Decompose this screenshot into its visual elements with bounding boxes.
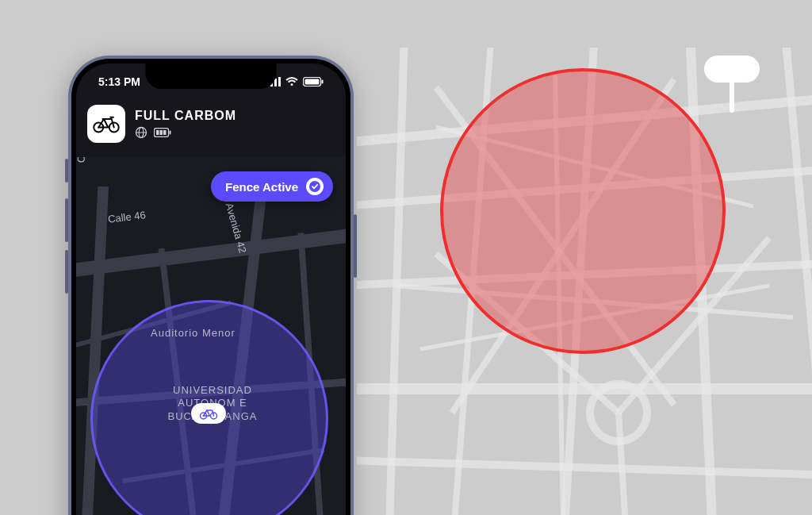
svg-rect-4	[278, 77, 281, 86]
svg-rect-7	[305, 79, 320, 85]
svg-point-20	[309, 181, 320, 192]
device-avatar	[87, 105, 125, 143]
map-view[interactable]: Carrera 40 Calle 46 Avenida 42 Auditorio…	[76, 157, 346, 515]
battery-icon	[303, 77, 324, 86]
phone-side-button	[65, 159, 68, 183]
fence-status-label: Fence Active	[225, 180, 298, 194]
phone-side-button	[65, 250, 68, 294]
device-status-icons	[135, 126, 236, 139]
device-title-column: FULL CARBOM	[135, 109, 236, 139]
map-pin-bubble	[704, 56, 760, 83]
phone-side-button	[65, 198, 68, 242]
svg-rect-15	[156, 130, 159, 135]
wifi-icon	[285, 77, 298, 86]
globe-icon	[135, 126, 147, 139]
phone-side-button	[354, 214, 357, 278]
device-battery-icon	[154, 128, 171, 137]
poi-label: Auditorio Menor	[151, 327, 236, 340]
app-screen: 5:13 PM	[76, 63, 346, 515]
map-pin-marker	[704, 56, 760, 113]
bike-icon	[92, 113, 121, 135]
device-name: FULL CARBOM	[135, 109, 236, 123]
check-icon	[309, 181, 320, 192]
bike-icon	[199, 406, 218, 421]
fence-status-pill[interactable]: Fence Active	[211, 171, 333, 202]
svg-rect-6	[322, 80, 324, 84]
svg-rect-14	[170, 131, 171, 135]
svg-rect-17	[163, 130, 167, 135]
outer-geofence-circle	[440, 68, 726, 354]
map-pin-stem	[730, 83, 734, 113]
svg-rect-16	[160, 130, 163, 135]
device-location-marker[interactable]	[191, 403, 226, 424]
check-badge	[306, 178, 324, 195]
phone-mockup: 5:13 PM	[68, 56, 354, 515]
phone-screen: 5:13 PM	[71, 59, 350, 515]
poi-line: UNIVERSIDAD	[173, 384, 252, 396]
status-time: 5:13 PM	[98, 75, 140, 88]
device-header[interactable]: FULL CARBOM	[87, 105, 335, 143]
phone-notch	[146, 63, 277, 89]
